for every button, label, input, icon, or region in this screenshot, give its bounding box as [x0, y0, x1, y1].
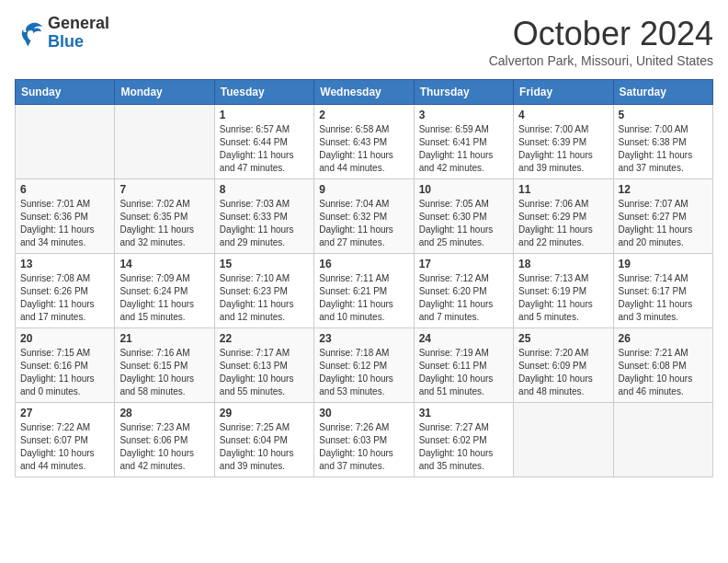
calendar-cell: 3Sunrise: 6:59 AMSunset: 6:41 PMDaylight… [414, 105, 513, 179]
title-block: October 2024 Calverton Park, Missouri, U… [489, 15, 713, 68]
calendar-table: SundayMondayTuesdayWednesdayThursdayFrid… [15, 79, 713, 477]
day-number: 17 [419, 258, 508, 270]
calendar-week-row: 13Sunrise: 7:08 AMSunset: 6:26 PMDayligh… [16, 254, 713, 328]
calendar-cell: 7Sunrise: 7:02 AMSunset: 6:35 PMDaylight… [115, 179, 214, 254]
day-number: 27 [20, 407, 109, 419]
weekday-header-wednesday: Wednesday [314, 80, 414, 105]
calendar-cell: 23Sunrise: 7:18 AMSunset: 6:12 PMDayligh… [314, 328, 414, 403]
day-number: 21 [119, 332, 209, 345]
calendar-cell [514, 403, 613, 477]
calendar-week-row: 20Sunrise: 7:15 AMSunset: 6:16 PMDayligh… [16, 328, 713, 403]
logo: General Blue [15, 15, 109, 52]
logo-text-blue: Blue [48, 33, 109, 52]
day-info: Sunrise: 7:08 AMSunset: 6:26 PMDaylight:… [20, 272, 109, 324]
day-info: Sunrise: 7:13 AMSunset: 6:19 PMDaylight:… [518, 272, 608, 324]
calendar-cell: 13Sunrise: 7:08 AMSunset: 6:26 PMDayligh… [16, 254, 115, 328]
calendar-header-row: SundayMondayTuesdayWednesdayThursdayFrid… [16, 80, 713, 105]
calendar-cell: 6Sunrise: 7:01 AMSunset: 6:36 PMDaylight… [16, 179, 115, 254]
day-number: 4 [518, 109, 608, 121]
day-number: 18 [518, 258, 608, 270]
day-info: Sunrise: 7:00 AMSunset: 6:38 PMDaylight:… [619, 123, 708, 175]
day-info: Sunrise: 6:58 AMSunset: 6:43 PMDaylight:… [319, 123, 408, 175]
calendar-cell: 17Sunrise: 7:12 AMSunset: 6:20 PMDayligh… [414, 254, 513, 328]
day-number: 9 [319, 183, 408, 196]
calendar-cell [613, 403, 712, 477]
day-number: 15 [220, 258, 309, 270]
day-info: Sunrise: 7:22 AMSunset: 6:07 PMDaylight:… [20, 421, 109, 473]
day-info: Sunrise: 7:12 AMSunset: 6:20 PMDaylight:… [419, 272, 508, 324]
calendar-week-row: 27Sunrise: 7:22 AMSunset: 6:07 PMDayligh… [16, 403, 713, 477]
day-info: Sunrise: 7:20 AMSunset: 6:09 PMDaylight:… [518, 347, 608, 398]
calendar-cell: 22Sunrise: 7:17 AMSunset: 6:13 PMDayligh… [214, 328, 313, 403]
day-number: 11 [518, 183, 608, 196]
day-number: 22 [220, 332, 309, 345]
day-info: Sunrise: 7:25 AMSunset: 6:04 PMDaylight:… [220, 421, 309, 473]
day-info: Sunrise: 7:15 AMSunset: 6:16 PMDaylight:… [20, 347, 109, 398]
day-number: 6 [20, 183, 109, 196]
calendar-cell: 30Sunrise: 7:26 AMSunset: 6:03 PMDayligh… [314, 403, 414, 477]
day-number: 26 [619, 332, 708, 345]
day-info: Sunrise: 7:16 AMSunset: 6:15 PMDaylight:… [119, 347, 209, 398]
calendar-cell: 20Sunrise: 7:15 AMSunset: 6:16 PMDayligh… [16, 328, 115, 403]
calendar-cell: 19Sunrise: 7:14 AMSunset: 6:17 PMDayligh… [613, 254, 712, 328]
day-number: 5 [619, 109, 708, 121]
calendar-cell: 14Sunrise: 7:09 AMSunset: 6:24 PMDayligh… [115, 254, 214, 328]
calendar-cell: 28Sunrise: 7:23 AMSunset: 6:06 PMDayligh… [115, 403, 214, 477]
month-title: October 2024 [489, 15, 713, 53]
day-info: Sunrise: 7:09 AMSunset: 6:24 PMDaylight:… [119, 272, 209, 324]
weekday-header-friday: Friday [514, 80, 613, 105]
day-number: 10 [419, 183, 508, 196]
day-number: 7 [119, 183, 209, 196]
day-info: Sunrise: 7:02 AMSunset: 6:35 PMDaylight:… [119, 198, 209, 249]
location: Calverton Park, Missouri, United States [489, 53, 713, 68]
day-number: 29 [220, 407, 309, 419]
calendar-cell: 9Sunrise: 7:04 AMSunset: 6:32 PMDaylight… [314, 179, 414, 254]
day-info: Sunrise: 7:19 AMSunset: 6:11 PMDaylight:… [419, 347, 508, 398]
weekday-header-thursday: Thursday [414, 80, 513, 105]
day-number: 19 [619, 258, 708, 270]
day-info: Sunrise: 7:23 AMSunset: 6:06 PMDaylight:… [119, 421, 209, 473]
day-info: Sunrise: 7:06 AMSunset: 6:29 PMDaylight:… [518, 198, 608, 249]
day-number: 24 [419, 332, 508, 345]
calendar-cell: 11Sunrise: 7:06 AMSunset: 6:29 PMDayligh… [514, 179, 613, 254]
calendar-cell: 5Sunrise: 7:00 AMSunset: 6:38 PMDaylight… [613, 105, 712, 179]
calendar-cell: 4Sunrise: 7:00 AMSunset: 6:39 PMDaylight… [514, 105, 613, 179]
calendar-cell: 24Sunrise: 7:19 AMSunset: 6:11 PMDayligh… [414, 328, 513, 403]
day-info: Sunrise: 7:26 AMSunset: 6:03 PMDaylight:… [319, 421, 408, 473]
day-info: Sunrise: 7:17 AMSunset: 6:13 PMDaylight:… [220, 347, 309, 398]
day-number: 13 [20, 258, 109, 270]
calendar-cell: 21Sunrise: 7:16 AMSunset: 6:15 PMDayligh… [115, 328, 214, 403]
day-info: Sunrise: 7:03 AMSunset: 6:33 PMDaylight:… [220, 198, 309, 249]
day-number: 28 [119, 407, 209, 419]
day-number: 12 [619, 183, 708, 196]
day-number: 31 [419, 407, 508, 419]
calendar-cell: 15Sunrise: 7:10 AMSunset: 6:23 PMDayligh… [214, 254, 313, 328]
calendar-cell: 29Sunrise: 7:25 AMSunset: 6:04 PMDayligh… [214, 403, 313, 477]
calendar-cell: 18Sunrise: 7:13 AMSunset: 6:19 PMDayligh… [514, 254, 613, 328]
weekday-header-sunday: Sunday [16, 80, 115, 105]
calendar-cell: 2Sunrise: 6:58 AMSunset: 6:43 PMDaylight… [314, 105, 414, 179]
page-header: General Blue October 2024 Calverton Park… [15, 15, 713, 68]
calendar-week-row: 6Sunrise: 7:01 AMSunset: 6:36 PMDaylight… [16, 179, 713, 254]
calendar-cell: 31Sunrise: 7:27 AMSunset: 6:02 PMDayligh… [414, 403, 513, 477]
day-number: 2 [319, 109, 408, 121]
calendar-cell: 10Sunrise: 7:05 AMSunset: 6:30 PMDayligh… [414, 179, 513, 254]
calendar-cell: 12Sunrise: 7:07 AMSunset: 6:27 PMDayligh… [613, 179, 712, 254]
day-info: Sunrise: 7:18 AMSunset: 6:12 PMDaylight:… [319, 347, 408, 398]
day-info: Sunrise: 7:10 AMSunset: 6:23 PMDaylight:… [220, 272, 309, 324]
calendar-cell: 25Sunrise: 7:20 AMSunset: 6:09 PMDayligh… [514, 328, 613, 403]
day-info: Sunrise: 6:59 AMSunset: 6:41 PMDaylight:… [419, 123, 508, 175]
day-info: Sunrise: 7:21 AMSunset: 6:08 PMDaylight:… [619, 347, 708, 398]
day-number: 25 [518, 332, 608, 345]
day-number: 8 [220, 183, 309, 196]
day-info: Sunrise: 7:05 AMSunset: 6:30 PMDaylight:… [419, 198, 508, 249]
day-number: 30 [319, 407, 408, 419]
calendar-cell: 1Sunrise: 6:57 AMSunset: 6:44 PMDaylight… [214, 105, 313, 179]
day-number: 1 [220, 109, 309, 121]
day-number: 3 [419, 109, 508, 121]
calendar-cell: 26Sunrise: 7:21 AMSunset: 6:08 PMDayligh… [613, 328, 712, 403]
day-info: Sunrise: 7:01 AMSunset: 6:36 PMDaylight:… [20, 198, 109, 249]
day-info: Sunrise: 7:00 AMSunset: 6:39 PMDaylight:… [518, 123, 608, 175]
weekday-header-tuesday: Tuesday [214, 80, 313, 105]
calendar-cell: 16Sunrise: 7:11 AMSunset: 6:21 PMDayligh… [314, 254, 414, 328]
